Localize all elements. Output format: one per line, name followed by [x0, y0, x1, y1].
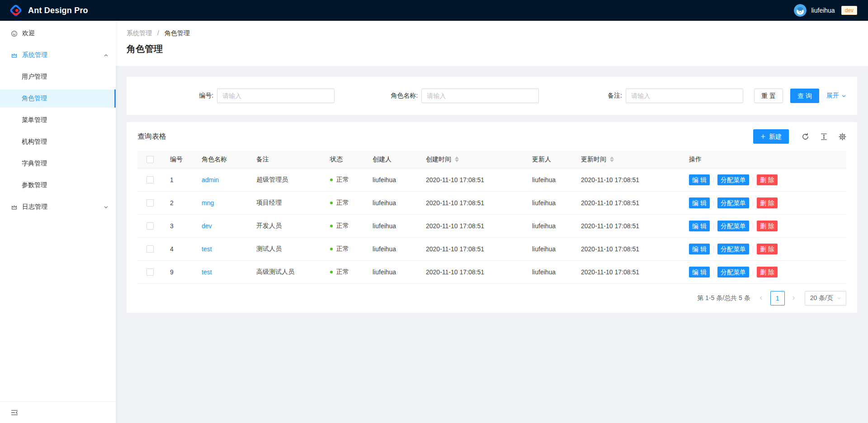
- sidebar-item-user-mgmt[interactable]: 用户管理: [0, 68, 116, 86]
- role-name-link[interactable]: dev: [202, 222, 212, 230]
- breadcrumb: 系统管理 / 角色管理: [127, 28, 857, 38]
- sidebar-item-label: 系统管理: [22, 51, 47, 59]
- cell-updater: liufeihua: [525, 260, 574, 283]
- table-body: 1 admin 超级管理员 正常 liufeihua 2020-11-10 17…: [137, 168, 846, 283]
- table-row: 9 test 高级测试人员 正常 liufeihua 2020-11-10 17…: [137, 260, 846, 283]
- page-number-1[interactable]: 1: [770, 291, 785, 306]
- page-header: 系统管理 / 角色管理 角色管理: [116, 21, 868, 66]
- cell-update-time: 2020-11-10 17:08:51: [574, 168, 682, 191]
- delete-button[interactable]: 删 除: [757, 244, 778, 254]
- reload-icon[interactable]: [802, 133, 809, 141]
- delete-button[interactable]: 删 除: [757, 197, 778, 208]
- row-checkbox[interactable]: [146, 222, 154, 230]
- delete-button[interactable]: 删 除: [757, 174, 778, 185]
- row-checkbox[interactable]: [146, 268, 154, 276]
- assign-menu-button[interactable]: 分配菜单: [717, 174, 749, 185]
- col-header-update-time[interactable]: 更新时间: [574, 151, 682, 168]
- sidebar-item-system[interactable]: 系统管理: [0, 46, 116, 64]
- edit-button[interactable]: 编 辑: [689, 197, 710, 208]
- cell-remark: 超级管理员: [249, 168, 323, 191]
- chevron-down-icon: [104, 205, 108, 210]
- new-button-label: 新建: [769, 132, 782, 141]
- ant-design-logo-icon: [9, 4, 23, 17]
- row-checkbox[interactable]: [146, 176, 154, 183]
- breadcrumb-current: 角色管理: [165, 29, 190, 37]
- remark-field[interactable]: [626, 89, 743, 103]
- edit-button[interactable]: 编 辑: [689, 244, 710, 254]
- app-header: Ant Design Pro liufeihua dev: [0, 0, 868, 21]
- form-item-remark: 备注:: [546, 89, 750, 103]
- sidebar-item-org-mgmt[interactable]: 机构管理: [0, 133, 116, 151]
- plus-icon: [760, 134, 766, 139]
- sidebar-item-menu-mgmt[interactable]: 菜单管理: [0, 111, 116, 129]
- user-avatar[interactable]: [794, 4, 807, 17]
- id-field[interactable]: [217, 89, 335, 103]
- sidebar-item-label: 日志管理: [22, 203, 47, 211]
- row-checkbox[interactable]: [146, 245, 154, 253]
- edit-button[interactable]: 编 辑: [689, 267, 710, 277]
- table-header-row: 编号 角色名称 备注 状态 创建人 创建时间 更新人 更新时间 操作: [137, 151, 846, 168]
- breadcrumb-parent[interactable]: 系统管理: [127, 29, 152, 37]
- pagination-total: 第 1-5 条/总共 5 条: [697, 294, 750, 302]
- cell-creator: liufeihua: [365, 237, 419, 260]
- new-button[interactable]: 新建: [753, 129, 789, 144]
- sidebar-item-welcome[interactable]: 欢迎: [0, 24, 116, 42]
- edit-button[interactable]: 编 辑: [689, 174, 710, 185]
- cell-id: 4: [163, 237, 194, 260]
- chevron-down-icon: [841, 94, 846, 99]
- assign-menu-button[interactable]: 分配菜单: [717, 267, 749, 277]
- role-name-link[interactable]: mng: [202, 199, 214, 207]
- sidebar-item-param-mgmt[interactable]: 参数管理: [0, 176, 116, 194]
- search-form-card: 编号: 角色名称: 备注: 重 置 查 询 展开: [127, 77, 857, 115]
- menu-fold-icon[interactable]: [11, 409, 18, 416]
- query-button[interactable]: 查 询: [790, 89, 819, 103]
- sidebar-item-label: 欢迎: [22, 29, 35, 38]
- role-name-link[interactable]: test: [202, 268, 212, 276]
- role-name-field[interactable]: [421, 89, 539, 103]
- status-text: 正常: [336, 176, 349, 184]
- page-size-select[interactable]: 20 条/页: [805, 291, 846, 306]
- cell-update-time: 2020-11-10 17:08:51: [574, 237, 682, 260]
- divider: [753, 269, 753, 276]
- sidebar-item-role-mgmt[interactable]: 角色管理: [0, 89, 116, 108]
- crown-icon: [11, 204, 18, 211]
- cell-id: 3: [163, 214, 194, 237]
- sidebar-item-label: 机构管理: [22, 138, 47, 146]
- prev-page-icon[interactable]: [755, 292, 768, 305]
- page-size-value: 20 条/页: [810, 294, 833, 302]
- settings-gear-icon[interactable]: [839, 133, 846, 141]
- status-dot-icon: [330, 202, 333, 204]
- divider: [713, 246, 714, 253]
- select-all-checkbox[interactable]: [146, 156, 154, 163]
- app-title: Ant Design Pro: [28, 6, 88, 15]
- role-name-link[interactable]: admin: [202, 176, 219, 183]
- role-name-link[interactable]: test: [202, 245, 212, 253]
- edit-button[interactable]: 编 辑: [689, 221, 710, 231]
- sidebar-item-logs[interactable]: 日志管理: [0, 198, 116, 216]
- cell-updater: liufeihua: [525, 237, 574, 260]
- next-page-icon[interactable]: [788, 292, 800, 305]
- cell-updater: liufeihua: [525, 168, 574, 191]
- col-header-updater: 更新人: [525, 151, 574, 168]
- row-checkbox[interactable]: [146, 199, 154, 207]
- app-logo[interactable]: Ant Design Pro: [9, 4, 88, 17]
- cell-id: 9: [163, 260, 194, 283]
- delete-button[interactable]: 删 除: [757, 267, 778, 277]
- status-text: 正常: [336, 268, 349, 276]
- sidebar-item-dict-mgmt[interactable]: 字典管理: [0, 155, 116, 173]
- divider: [753, 246, 753, 253]
- cell-id: 2: [163, 191, 194, 214]
- status-dot-icon: [330, 179, 333, 181]
- column-height-icon[interactable]: [820, 133, 828, 141]
- table-title: 查询表格: [137, 132, 166, 141]
- expand-toggle[interactable]: 展开: [826, 92, 846, 100]
- delete-button[interactable]: 删 除: [757, 221, 778, 231]
- assign-menu-button[interactable]: 分配菜单: [717, 197, 749, 208]
- col-header-create-time[interactable]: 创建时间: [419, 151, 525, 168]
- divider: [713, 223, 714, 230]
- username[interactable]: liufeihua: [811, 7, 835, 14]
- reset-button[interactable]: 重 置: [754, 89, 783, 103]
- id-field-label: 编号:: [199, 92, 213, 100]
- assign-menu-button[interactable]: 分配菜单: [717, 221, 749, 231]
- assign-menu-button[interactable]: 分配菜单: [717, 244, 749, 254]
